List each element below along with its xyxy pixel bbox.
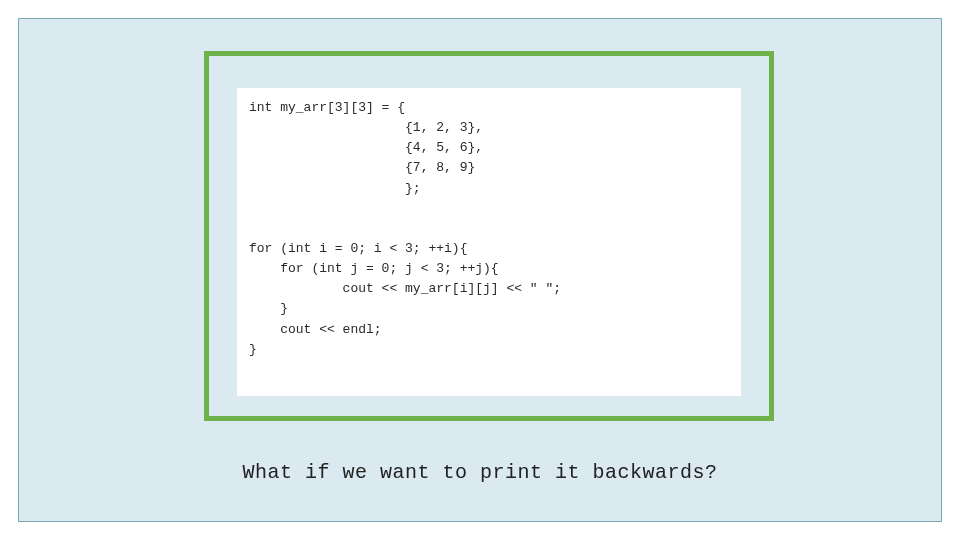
caption-text: What if we want to print it backwards? — [19, 461, 941, 484]
code-frame: int my_arr[3][3] = { {1, 2, 3}, {4, 5, 6… — [204, 51, 774, 421]
slide-panel: int my_arr[3][3] = { {1, 2, 3}, {4, 5, 6… — [18, 18, 942, 522]
code-area: int my_arr[3][3] = { {1, 2, 3}, {4, 5, 6… — [237, 88, 741, 396]
code-snippet: int my_arr[3][3] = { {1, 2, 3}, {4, 5, 6… — [237, 88, 741, 370]
slide: int my_arr[3][3] = { {1, 2, 3}, {4, 5, 6… — [0, 0, 960, 540]
